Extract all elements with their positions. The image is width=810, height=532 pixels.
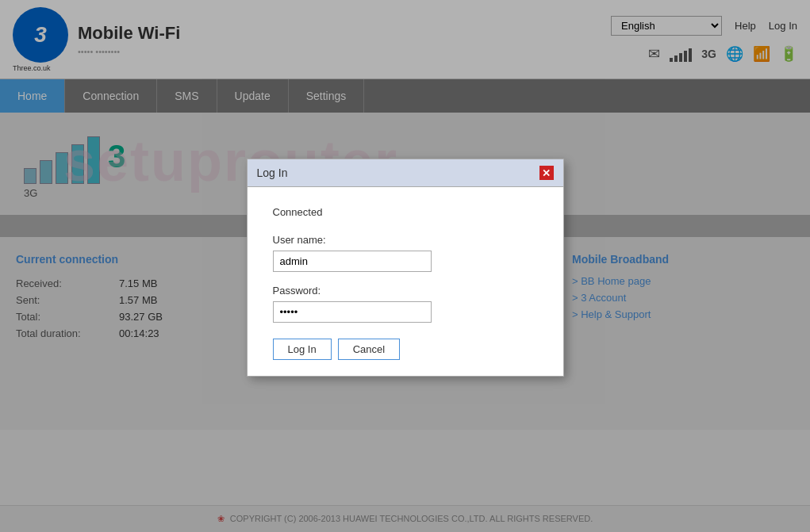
password-group: Password:: [273, 285, 538, 323]
modal-close-button[interactable]: ✕: [539, 166, 554, 180]
modal-overlay: Log In ✕ Connected User name: Password: …: [0, 0, 810, 532]
login-modal: Log In ✕ Connected User name: Password: …: [247, 159, 564, 377]
modal-login-button[interactable]: Log In: [273, 339, 332, 360]
username-group: User name:: [273, 234, 538, 272]
username-label: User name:: [273, 234, 538, 246]
modal-subtitle: Connected: [273, 206, 538, 218]
modal-buttons: Log In Cancel: [273, 339, 538, 360]
modal-title: Log In: [257, 166, 288, 179]
modal-body: Connected User name: Password: Log In Ca…: [248, 187, 563, 376]
password-input[interactable]: [273, 301, 432, 323]
password-label: Password:: [273, 285, 538, 297]
modal-cancel-button[interactable]: Cancel: [338, 339, 400, 360]
modal-header: Log In ✕: [248, 159, 563, 187]
username-input[interactable]: [273, 251, 432, 272]
